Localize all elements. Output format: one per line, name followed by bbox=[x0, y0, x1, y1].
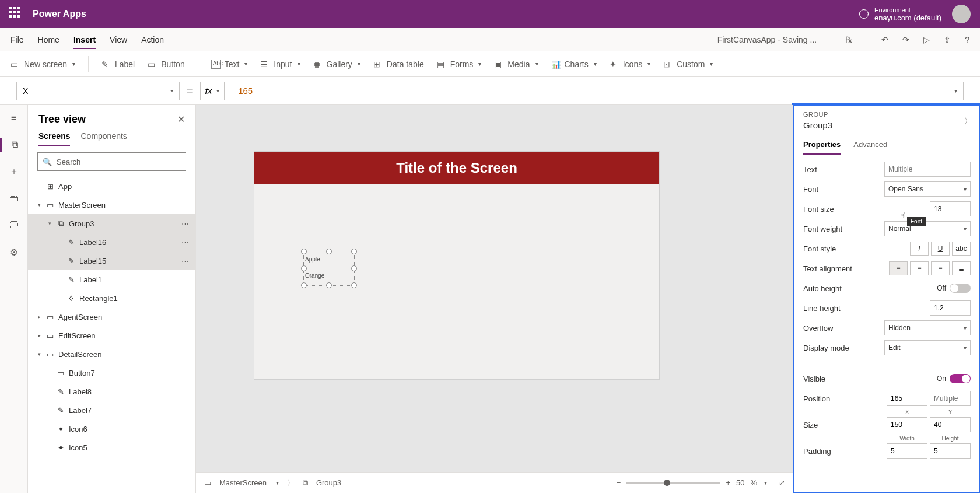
menu-insert[interactable]: Insert bbox=[74, 30, 96, 49]
button-icon: ▭ bbox=[56, 368, 65, 377]
menubar: File Home Insert View Action FirstCanvas… bbox=[0, 28, 980, 51]
canvas-frame[interactable]: Title of the Screen Apple Orange bbox=[254, 152, 659, 379]
size-w-input[interactable] bbox=[887, 417, 928, 432]
strike-button[interactable]: abc bbox=[952, 242, 971, 256]
tree-node-icon6[interactable]: ✦Icon6 bbox=[28, 419, 195, 438]
selection-crumb[interactable]: Group3 bbox=[316, 478, 341, 487]
tree-node-label16[interactable]: ✎Label16⋯ bbox=[28, 233, 195, 251]
screen-crumb[interactable]: MasterScreen bbox=[219, 478, 267, 487]
align-right-button[interactable]: ≡ bbox=[931, 261, 950, 275]
tree-node-icon5[interactable]: ✦Icon5 bbox=[28, 438, 195, 457]
redo-icon[interactable]: ↷ bbox=[902, 35, 909, 44]
tree-node-button7[interactable]: ▭Button7 bbox=[28, 363, 195, 382]
insert-button[interactable]: ▭Button bbox=[148, 60, 184, 69]
app-launcher-icon[interactable] bbox=[9, 7, 23, 21]
position-y-input[interactable] bbox=[930, 391, 971, 406]
more-icon[interactable]: ⋯ bbox=[181, 219, 190, 228]
zoom-in-icon[interactable]: + bbox=[726, 478, 730, 487]
close-icon[interactable]: ✕ bbox=[177, 114, 185, 125]
zoom-out-icon[interactable]: − bbox=[617, 478, 621, 487]
app-checker-icon[interactable]: ℞ bbox=[845, 35, 853, 44]
tab-screens[interactable]: Screens bbox=[38, 131, 70, 146]
environment-picker[interactable]: Environment enayu.com (default) bbox=[859, 6, 942, 22]
group-label1: Apple bbox=[304, 256, 354, 263]
fx-dropdown[interactable]: fx▾ bbox=[200, 82, 225, 100]
insert-input[interactable]: ☰Input▾ bbox=[260, 60, 300, 69]
expand-icon[interactable]: 〉 bbox=[964, 116, 973, 128]
prop-lineheight-input[interactable] bbox=[930, 300, 971, 316]
tree-node-label1[interactable]: ✎Label1 bbox=[28, 270, 195, 289]
tree-node-detailscreen[interactable]: ▾▭DetailScreen bbox=[28, 345, 195, 363]
tree-node-label8[interactable]: ✎Label8 bbox=[28, 382, 195, 401]
tree-view-icon[interactable]: ⧉ bbox=[0, 138, 27, 152]
menu-file[interactable]: File bbox=[10, 30, 24, 49]
italic-button[interactable]: I bbox=[910, 242, 929, 256]
new-screen-button[interactable]: ▭New screen▾ bbox=[10, 60, 75, 69]
tab-properties[interactable]: Properties bbox=[803, 134, 841, 155]
align-left-button[interactable]: ≡ bbox=[889, 261, 908, 275]
zoom-slider[interactable] bbox=[626, 482, 720, 484]
tree-node-editscreen[interactable]: ▸▭EditScreen bbox=[28, 326, 195, 345]
more-icon[interactable]: ⋯ bbox=[181, 257, 190, 265]
underline-button[interactable]: U bbox=[931, 242, 950, 256]
topbar: Power Apps Environment enayu.com (defaul… bbox=[0, 0, 980, 28]
prop-font-select[interactable]: Open Sans▾ bbox=[884, 181, 971, 197]
hamburger-icon[interactable]: ≡ bbox=[7, 111, 21, 125]
prop-text-input[interactable] bbox=[884, 162, 971, 177]
tree-node-app[interactable]: ⊞App bbox=[28, 177, 195, 195]
label-icon: ✎ bbox=[66, 256, 76, 265]
insert-icons[interactable]: ✦Icons▾ bbox=[610, 60, 650, 69]
media-pane-icon[interactable]: 🖵 bbox=[7, 218, 21, 232]
group-crumb-icon: ⧉ bbox=[303, 478, 308, 488]
insert-forms[interactable]: ▤Forms▾ bbox=[437, 60, 482, 69]
tree-node-agentscreen[interactable]: ▸▭AgentScreen bbox=[28, 307, 195, 326]
search-input[interactable]: 🔍 Search bbox=[37, 152, 186, 171]
insert-text[interactable]: AbcText▾ bbox=[211, 60, 248, 69]
canvas-area: Title of the Screen Apple Orange bbox=[196, 105, 793, 493]
prop-fontsize-input[interactable] bbox=[930, 201, 971, 216]
position-x-input[interactable] bbox=[887, 391, 928, 406]
tree-node-label15[interactable]: ✎Label15⋯ bbox=[28, 251, 195, 270]
visible-toggle[interactable] bbox=[950, 374, 971, 383]
prop-overflow-select[interactable]: Hidden▾ bbox=[884, 320, 971, 335]
menu-home[interactable]: Home bbox=[38, 30, 60, 49]
tab-components[interactable]: Components bbox=[80, 131, 127, 146]
help-icon[interactable]: ? bbox=[965, 35, 970, 44]
formula-input[interactable]: 165▾ bbox=[232, 82, 964, 100]
align-center-button[interactable]: ≡ bbox=[910, 261, 929, 275]
share-icon[interactable]: ⇪ bbox=[944, 35, 951, 44]
selection-type: GROUP bbox=[803, 111, 971, 118]
insert-pane-icon[interactable]: ＋ bbox=[7, 165, 21, 179]
prop-displaymode-select[interactable]: Edit▾ bbox=[884, 340, 971, 355]
tree-node-masterscreen[interactable]: ▾▭MasterScreen bbox=[28, 195, 195, 214]
avatar[interactable] bbox=[952, 5, 971, 23]
insert-gallery[interactable]: ▦Gallery▾ bbox=[313, 60, 360, 69]
insert-datatable[interactable]: ⊞Data table bbox=[373, 60, 424, 69]
tree-list: ⊞App▾▭MasterScreen▾⧉Group3⋯✎Label16⋯✎Lab… bbox=[28, 177, 195, 493]
menu-view[interactable]: View bbox=[110, 30, 127, 49]
menu-action[interactable]: Action bbox=[141, 30, 164, 49]
tab-advanced[interactable]: Advanced bbox=[853, 134, 887, 155]
fit-icon[interactable]: ⤢ bbox=[779, 478, 785, 487]
app-title: Power Apps bbox=[33, 9, 86, 19]
tree-node-group3[interactable]: ▾⧉Group3⋯ bbox=[28, 214, 195, 233]
padding-2-input[interactable] bbox=[930, 443, 971, 459]
insert-custom[interactable]: ⊡Custom▾ bbox=[663, 60, 713, 69]
tree-node-label7[interactable]: ✎Label7 bbox=[28, 401, 195, 419]
insert-label[interactable]: ✎Label bbox=[102, 60, 135, 69]
tools-icon[interactable]: ⚙ bbox=[7, 245, 21, 259]
tree-node-rectangle1[interactable]: ◊Rectangle1 bbox=[28, 289, 195, 307]
autoheight-toggle[interactable] bbox=[950, 284, 971, 293]
play-icon[interactable]: ▷ bbox=[923, 35, 930, 44]
padding-1-input[interactable] bbox=[887, 443, 928, 459]
align-justify-button[interactable]: ≣ bbox=[952, 261, 971, 275]
undo-icon[interactable]: ↶ bbox=[881, 35, 888, 44]
more-icon[interactable]: ⋯ bbox=[181, 238, 190, 247]
property-selector[interactable]: X▾ bbox=[16, 82, 180, 100]
data-icon[interactable]: 🗃 bbox=[7, 191, 21, 205]
prop-fontweight-select[interactable]: Normal▾ bbox=[884, 221, 971, 236]
size-h-input[interactable] bbox=[930, 417, 971, 432]
insert-charts[interactable]: 📊Charts▾ bbox=[551, 60, 597, 69]
insert-media[interactable]: ▣Media▾ bbox=[494, 60, 538, 69]
selected-group[interactable]: Apple Orange bbox=[303, 251, 355, 286]
